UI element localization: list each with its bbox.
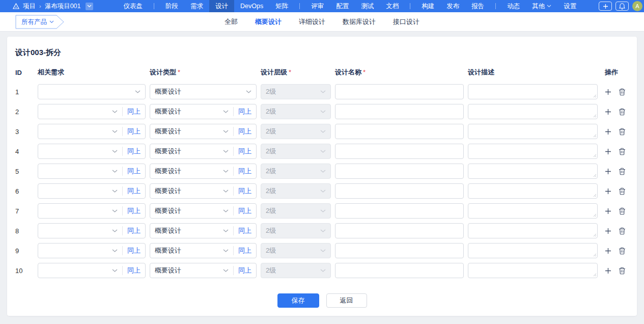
back-button[interactable]: 返回: [326, 293, 367, 308]
design-name-input[interactable]: [335, 84, 464, 99]
nav-item-其他[interactable]: 其他: [526, 0, 557, 12]
design-name-input[interactable]: [335, 243, 464, 258]
add-row-icon[interactable]: [605, 228, 611, 234]
design-type-select[interactable]: 概要设计 同上: [150, 124, 257, 139]
design-description-textarea[interactable]: [468, 203, 598, 219]
same-as-above-link[interactable]: 同上: [127, 186, 141, 196]
same-as-above-link[interactable]: 同上: [238, 147, 251, 156]
delete-row-icon[interactable]: [619, 168, 626, 175]
nav-item-发布[interactable]: 发布: [440, 0, 465, 12]
design-type-select[interactable]: 概要设计 同上: [150, 164, 257, 179]
add-row-icon[interactable]: [605, 267, 611, 274]
related-requirement-select[interactable]: 同上: [38, 124, 146, 139]
same-as-above-link[interactable]: 同上: [127, 246, 141, 255]
related-requirement-select[interactable]: 同上: [38, 223, 146, 238]
delete-row-icon[interactable]: [619, 207, 626, 215]
tab-接口设计[interactable]: 接口设计: [393, 17, 419, 26]
notifications-button[interactable]: [615, 2, 629, 11]
design-description-textarea[interactable]: [468, 84, 598, 99]
design-description-textarea[interactable]: [468, 164, 598, 179]
nav-item-文档[interactable]: 文档: [380, 0, 405, 12]
save-button[interactable]: 保存: [277, 293, 319, 308]
nav-item-配置[interactable]: 配置: [330, 0, 355, 12]
create-button[interactable]: [599, 2, 612, 11]
delete-row-icon[interactable]: [619, 128, 626, 136]
related-requirement-select[interactable]: 同上: [38, 263, 146, 278]
design-type-select[interactable]: 概要设计: [150, 84, 257, 99]
same-as-above-link[interactable]: 同上: [127, 147, 141, 156]
add-row-icon[interactable]: [605, 128, 611, 135]
design-name-input[interactable]: [335, 144, 464, 159]
design-name-input[interactable]: [335, 104, 464, 119]
design-name-input[interactable]: [335, 164, 464, 179]
design-type-select[interactable]: 概要设计 同上: [150, 144, 257, 159]
same-as-above-link[interactable]: 同上: [238, 127, 251, 136]
related-requirement-select[interactable]: 同上: [38, 243, 146, 258]
nav-item-矩阵[interactable]: 矩阵: [269, 0, 294, 12]
same-as-above-link[interactable]: 同上: [238, 246, 251, 255]
same-as-above-link[interactable]: 同上: [238, 266, 251, 275]
design-name-input[interactable]: [335, 263, 464, 278]
delete-row-icon[interactable]: [619, 108, 626, 116]
add-row-icon[interactable]: [605, 188, 611, 195]
add-row-icon[interactable]: [605, 109, 611, 115]
nav-item-仪表盘[interactable]: 仪表盘: [118, 0, 149, 12]
related-requirement-select[interactable]: 同上: [38, 203, 146, 219]
design-type-select[interactable]: 概要设计 同上: [150, 203, 257, 219]
related-requirement-select[interactable]: [38, 84, 146, 99]
design-name-input[interactable]: [335, 124, 464, 139]
tab-概要设计[interactable]: 概要设计: [255, 17, 282, 26]
design-type-select[interactable]: 概要设计 同上: [150, 243, 257, 258]
design-type-select[interactable]: 概要设计 同上: [150, 104, 257, 119]
same-as-above-link[interactable]: 同上: [127, 167, 141, 176]
delete-row-icon[interactable]: [619, 267, 626, 275]
related-requirement-select[interactable]: 同上: [38, 144, 146, 159]
tab-全部[interactable]: 全部: [225, 17, 238, 26]
nav-item-报告[interactable]: 报告: [465, 0, 490, 12]
nav-item-需求[interactable]: 需求: [184, 0, 209, 12]
delete-row-icon[interactable]: [619, 187, 626, 195]
related-requirement-select[interactable]: 同上: [38, 183, 146, 199]
same-as-above-link[interactable]: 同上: [238, 167, 251, 176]
delete-row-icon[interactable]: [619, 247, 626, 255]
add-row-icon[interactable]: [605, 89, 611, 95]
delete-row-icon[interactable]: [619, 227, 626, 235]
design-type-select[interactable]: 概要设计 同上: [150, 263, 257, 278]
same-as-above-link[interactable]: 同上: [238, 186, 251, 196]
related-requirement-select[interactable]: 同上: [38, 164, 146, 179]
nav-item-测试[interactable]: 测试: [355, 0, 380, 12]
design-type-select[interactable]: 概要设计 同上: [150, 223, 257, 238]
design-description-textarea[interactable]: [468, 144, 598, 159]
breadcrumb-section[interactable]: 项目: [23, 2, 36, 11]
same-as-above-link[interactable]: 同上: [127, 266, 141, 275]
tab-数据库设计[interactable]: 数据库设计: [343, 17, 376, 26]
nav-item-评审[interactable]: 评审: [305, 0, 330, 12]
design-description-textarea[interactable]: [468, 104, 598, 119]
same-as-above-link[interactable]: 同上: [238, 226, 251, 235]
nav-item-阶段[interactable]: 阶段: [159, 0, 184, 12]
breadcrumb-project[interactable]: 瀑布项目001: [45, 2, 81, 11]
same-as-above-link[interactable]: 同上: [127, 226, 141, 235]
add-row-icon[interactable]: [605, 148, 611, 155]
add-row-icon[interactable]: [605, 208, 611, 214]
design-name-input[interactable]: [335, 223, 464, 238]
design-description-textarea[interactable]: [468, 124, 598, 139]
nav-item-构建[interactable]: 构建: [415, 0, 440, 12]
tab-详细设计[interactable]: 详细设计: [299, 17, 325, 26]
design-description-textarea[interactable]: [468, 263, 598, 278]
add-row-icon[interactable]: [605, 248, 611, 254]
same-as-above-link[interactable]: 同上: [238, 107, 251, 116]
design-description-textarea[interactable]: [468, 243, 598, 258]
design-name-input[interactable]: [335, 183, 464, 199]
user-avatar[interactable]: A: [632, 1, 642, 11]
design-name-input[interactable]: [335, 203, 464, 219]
same-as-above-link[interactable]: 同上: [127, 127, 141, 136]
nav-item-动态[interactable]: 动态: [501, 0, 526, 12]
design-description-textarea[interactable]: [468, 183, 598, 199]
same-as-above-link[interactable]: 同上: [238, 206, 251, 215]
same-as-above-link[interactable]: 同上: [127, 206, 141, 215]
same-as-above-link[interactable]: 同上: [127, 107, 141, 116]
nav-item-设计[interactable]: 设计: [209, 0, 234, 12]
delete-row-icon[interactable]: [619, 148, 626, 155]
delete-row-icon[interactable]: [619, 88, 626, 96]
